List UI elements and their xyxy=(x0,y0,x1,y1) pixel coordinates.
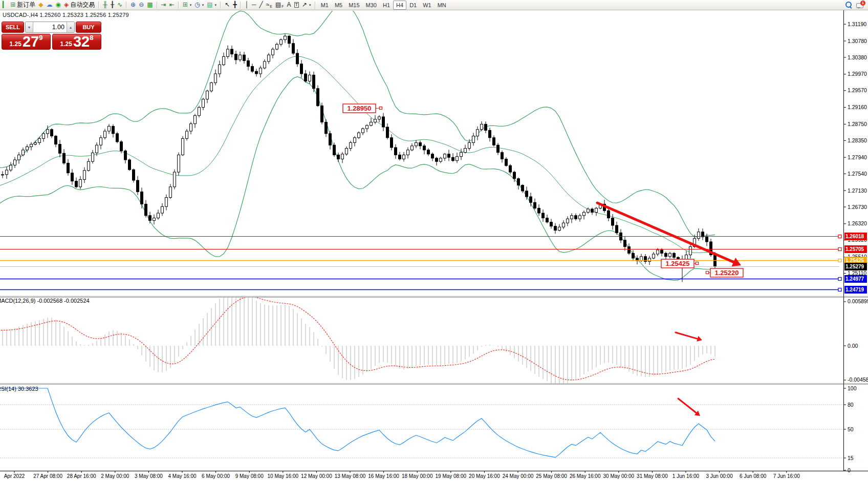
timeframe-h1-button[interactable]: H1 xyxy=(380,1,393,10)
candle-body xyxy=(321,106,323,122)
candle-body xyxy=(538,208,540,213)
horizontal-line-button[interactable]: ─ xyxy=(250,1,258,9)
trendline-button[interactable]: ╱ xyxy=(257,1,264,9)
line-chart-icon: ∿ xyxy=(117,1,122,9)
timeframe-w1-button[interactable]: W1 xyxy=(420,1,435,10)
chat-notification-icon[interactable]: 1 xyxy=(856,2,864,8)
candle-body xyxy=(210,83,213,91)
crosshair-button[interactable]: ╋ xyxy=(231,1,238,9)
time-tick-label: 20 May 16:00 xyxy=(469,473,500,479)
line-anchor-square[interactable] xyxy=(838,278,841,281)
symbol-info: USDCAD-,H4 1.25260 1.25323 1.25256 1.252… xyxy=(3,12,129,18)
candle-body xyxy=(382,117,385,127)
toolbar-separator xyxy=(126,2,127,9)
timeframe-h4-button[interactable]: H4 xyxy=(393,1,406,10)
candle-body xyxy=(632,253,635,258)
vertical-line-button[interactable]: │ xyxy=(243,1,250,9)
candle-body xyxy=(522,185,524,191)
timeframe-m5-button[interactable]: M5 xyxy=(332,1,345,10)
cursor-button[interactable]: ↖ xyxy=(223,1,231,9)
sell-price-display[interactable]: 1.25 27 9 xyxy=(2,34,51,50)
periods-button[interactable]: ◷▾ xyxy=(193,1,205,9)
candle-body xyxy=(100,138,102,145)
volume-increase-icon[interactable]: ▲ xyxy=(67,22,74,32)
text-button[interactable]: A xyxy=(286,1,293,9)
new-order-button[interactable]: ⊞新订单 xyxy=(9,1,37,9)
candle-body xyxy=(386,127,389,138)
candle-body xyxy=(108,126,111,131)
candle-body xyxy=(661,250,663,253)
candle-body xyxy=(305,74,307,81)
buy-price-sup: 8 xyxy=(90,34,93,41)
line-anchor-square[interactable] xyxy=(838,235,841,238)
candle-body xyxy=(444,154,446,158)
candle-body xyxy=(657,250,659,254)
candle-body xyxy=(268,55,270,61)
candle-body xyxy=(513,172,516,179)
line-anchor-square[interactable] xyxy=(838,288,841,291)
one-click-trade-panel: SELL ▼ 1.00 ▲ BUY 1.25 27 9 1.25 32 8 xyxy=(2,22,101,50)
clipped-button[interactable]: ▎ xyxy=(1,1,9,9)
volume-input[interactable]: 1.00 xyxy=(33,22,67,32)
search-icon[interactable] xyxy=(845,2,852,8)
timeframe-d1-button[interactable]: D1 xyxy=(406,1,420,10)
candlestick-chart-icon: ╂ xyxy=(111,1,114,9)
templates-button[interactable]: ▤▾ xyxy=(205,1,218,9)
candle-body xyxy=(227,49,229,56)
elliott-wave-icon-sub: E xyxy=(270,4,272,9)
candle-body xyxy=(370,122,373,125)
signal-button[interactable]: ◉ xyxy=(54,1,62,9)
timeframe-mn-button[interactable]: MN xyxy=(435,1,449,10)
rsi-tick-label: 50 xyxy=(848,426,854,432)
autotrade-button[interactable]: ◈自动交易 xyxy=(62,1,96,9)
candle-body xyxy=(591,209,594,212)
line-anchor-square[interactable] xyxy=(838,248,841,251)
sell-button[interactable]: SELL xyxy=(2,22,24,33)
candle-body xyxy=(562,223,565,227)
buy-price-display[interactable]: 1.25 32 8 xyxy=(52,34,101,50)
indicators-button[interactable]: ⊞▾ xyxy=(181,1,193,9)
timeframe-m15-button[interactable]: M15 xyxy=(345,1,362,10)
candle-body xyxy=(501,153,504,159)
elliott-wave-button[interactable]: ≈E xyxy=(265,1,274,9)
time-tick-label: 6 Jun 08:00 xyxy=(740,473,767,479)
timeframe-m30-button[interactable]: M30 xyxy=(363,1,380,10)
candle-body xyxy=(399,155,401,159)
candle-body xyxy=(292,44,295,53)
gold-bar-button[interactable]: ◆ xyxy=(37,1,45,9)
zoom-out-button[interactable]: ⊖ xyxy=(137,1,145,9)
buy-button[interactable]: BUY xyxy=(76,22,101,33)
dropdown-caret-icon: ▾ xyxy=(215,3,217,7)
bar-chart-button[interactable]: ╫ xyxy=(101,1,109,9)
zoom-in-button[interactable]: ⊕ xyxy=(129,1,137,9)
tile-windows-button[interactable]: ▦ xyxy=(145,1,154,9)
support-button[interactable]: ☁ xyxy=(45,1,54,9)
candle-body xyxy=(128,160,131,170)
price-annotation[interactable]: 1.25220 xyxy=(706,268,744,277)
chart-shift-button[interactable]: ⇤ xyxy=(168,1,176,9)
line-anchor-square[interactable] xyxy=(838,259,841,262)
candle-body xyxy=(595,208,598,212)
volume-decrease-icon[interactable]: ▼ xyxy=(26,22,33,32)
arrows-button[interactable]: ↗▾ xyxy=(300,1,313,9)
candle-body xyxy=(88,161,90,171)
fibonacci-button[interactable]: ▤F xyxy=(274,1,286,9)
candle-body xyxy=(284,36,287,39)
candle-body xyxy=(14,160,16,165)
text-label-button[interactable]: T xyxy=(293,1,301,9)
annotation-anchor-square xyxy=(380,107,382,110)
support-icon: ☁ xyxy=(47,1,53,9)
chart-canvas[interactable]: 1.311901.307801.303801.299701.295701.291… xyxy=(0,0,868,481)
price-tick-label: 1.29970 xyxy=(848,71,867,77)
timeframe-m1-button[interactable]: M1 xyxy=(318,1,332,10)
candle-body xyxy=(472,136,475,143)
candlestick-chart-button[interactable]: ╂ xyxy=(109,1,116,9)
price-badge-label: 1.24719 xyxy=(845,287,864,292)
line-chart-button[interactable]: ∿ xyxy=(116,1,124,9)
candle-body xyxy=(571,216,573,219)
macd-tick-label: 0.005895 xyxy=(848,298,868,304)
auto-scroll-button[interactable]: ⇥ xyxy=(160,1,168,9)
candle-body xyxy=(358,133,360,138)
price-annotation[interactable]: 1.25425 xyxy=(661,259,699,268)
time-tick-label: 31 May 08:00 xyxy=(637,473,668,479)
